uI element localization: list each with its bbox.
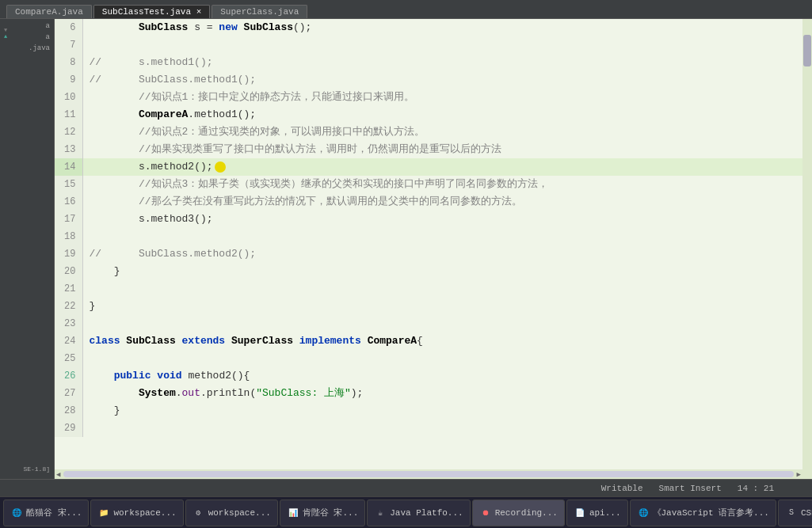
code-editor: 6 SubClass s = new SubClass(); 7 8 // s.… [55, 19, 802, 479]
csdn-icon: S [785, 507, 798, 519]
line-content: // SubClass.method2(); [82, 245, 802, 263]
line-content: SubClass s = new SubClass(); [82, 19, 802, 36]
table-row: 23 [55, 315, 802, 332]
line-content [82, 350, 802, 367]
taskbar-label: workspace... [208, 508, 271, 518]
table-row: 13 //如果实现类重写了接口中的默认方法，调用时，仍然调用的是重写以后的方法 [55, 141, 802, 158]
line-number: 11 [55, 106, 82, 123]
table-row: 12 //知识点2：通过实现类的对象，可以调用接口中的默认方法。 [55, 123, 802, 141]
line-content [82, 420, 802, 437]
line-number: 7 [55, 36, 82, 54]
line-number: 10 [55, 89, 82, 106]
gutter-mark: ▼ [4, 27, 7, 33]
line-number: 21 [55, 280, 82, 298]
line-number: 14 [55, 158, 82, 176]
line-number: 20 [55, 263, 82, 280]
line-content: //如果实现类重写了接口中的默认方法，调用时，仍然调用的是重写以后的方法 [82, 141, 802, 158]
taskbar-label: 《JavaScript 语言参考... [653, 507, 769, 519]
table-row: 15 //知识点3：如果子类（或实现类）继承的父类和实现的接口中声明了同名同参数… [55, 176, 802, 193]
table-row: 6 SubClass s = new SubClass(); [55, 19, 802, 36]
taskbar-btn-recording[interactable]: ⏺ Recording... [472, 500, 565, 526]
scroll-left-icon[interactable]: ◀ [55, 470, 62, 479]
status-writable: Writable [601, 484, 643, 493]
recording-icon: ⏺ [479, 507, 492, 519]
status-smart-insert: Smart Insert [659, 484, 722, 493]
taskbar-label: CSDN-IT... [801, 508, 812, 518]
vscroll-thumb[interactable] [803, 35, 811, 66]
table-row: 25 [55, 350, 802, 367]
status-bar: Writable Smart Insert 14 : 21 [0, 479, 812, 496]
taskbar-btn-csdn[interactable]: S CSDN-IT... [778, 500, 812, 526]
side-label-a2: a [13, 33, 52, 41]
table-row: 7 [55, 36, 802, 54]
line-number: 25 [55, 350, 82, 367]
line-content: //知识点3：如果子类（或实现类）继承的父类和实现的接口中声明了同名同参数的方法… [82, 176, 802, 193]
line-number: 24 [55, 332, 82, 350]
cursor-marker [215, 161, 226, 173]
side-label-se: SE-1.8] [13, 465, 52, 473]
tab-superclass[interactable]: SuperClass.java [212, 5, 307, 18]
table-row: 9 // SubClass.method1(); [55, 71, 802, 89]
line-number: 19 [55, 245, 82, 263]
line-number: 22 [55, 298, 82, 315]
line-number: 29 [55, 420, 82, 437]
table-row: 22 } [55, 298, 802, 315]
line-number: 15 [55, 176, 82, 193]
workspace1-icon: 📁 [97, 507, 110, 519]
table-row: 21 [55, 280, 802, 298]
line-content: } [82, 263, 802, 280]
taskbar-btn-kenbeig[interactable]: 📊 肯陛谷 宋... [280, 500, 365, 526]
line-content: public void method2(){ [82, 367, 802, 385]
table-row: 18 [55, 228, 802, 245]
taskbar-label: api... [589, 508, 621, 518]
line-content: //知识点2：通过实现类的对象，可以调用接口中的默认方法。 [82, 123, 802, 141]
taskbar-label: Java Platfo... [390, 508, 463, 518]
workspace2-icon: ⚙ [193, 507, 205, 519]
table-row: 8 // s.method1(); [55, 54, 802, 71]
tab-subclasstest[interactable]: SubClassTest.java × [93, 5, 210, 18]
table-row-highlighted: 14 s.method2(); [55, 158, 802, 176]
taskbar-btn-kumaog[interactable]: 🌐 酷猫谷 宋... [3, 500, 89, 526]
table-row: 11 CompareA.method1(); [55, 106, 802, 123]
table-row: 24 class SubClass extends SuperClass imp… [55, 332, 802, 350]
side-label-java: .java [13, 44, 52, 52]
table-row: 27 System.out.println("SubClass: 上海"); [55, 385, 802, 402]
table-row: 10 //知识点1：接口中定义的静态方法，只能通过接口来调用。 [55, 89, 802, 106]
line-content [82, 36, 802, 54]
taskbar-btn-api[interactable]: 📄 api... [566, 500, 628, 526]
taskbar-label: workspace... [113, 508, 176, 518]
table-row: 17 s.method3(); [55, 211, 802, 228]
taskbar-btn-workspace1[interactable]: 📁 workspace... [90, 500, 183, 526]
js-icon: 🌐 [637, 507, 650, 519]
vertical-scrollbar[interactable] [802, 19, 812, 479]
line-content: } [82, 298, 802, 315]
taskbar-label: Recording... [495, 508, 558, 518]
kenbeig-icon: 📊 [287, 507, 299, 519]
line-content: //知识点1：接口中定义的静态方法，只能通过接口来调用。 [82, 89, 802, 106]
hscroll-thumb[interactable] [63, 471, 793, 477]
table-row: 28 } [55, 402, 802, 420]
table-row: 16 //那么子类在没有重写此方法的情况下，默认调用的是父类中的同名同参数的方法… [55, 193, 802, 211]
table-row: 19 // SubClass.method2(); [55, 245, 802, 263]
taskbar-label: 酷猫谷 宋... [26, 507, 82, 519]
line-number: 8 [55, 54, 82, 71]
line-content: // SubClass.method1(); [82, 71, 802, 89]
taskbar: 🌐 酷猫谷 宋... 📁 workspace... ⚙ workspace...… [0, 496, 812, 528]
line-content: // s.method1(); [82, 54, 802, 71]
side-labels-panel: a a .java SE-1.8] [11, 19, 55, 479]
taskbar-btn-java[interactable]: ☕ Java Platfo... [367, 500, 470, 526]
tab-bar: CompareA.java SubClassTest.java × SuperC… [0, 0, 812, 19]
scroll-right-icon[interactable]: ▶ [795, 470, 802, 479]
horizontal-scrollbar[interactable]: ◀ ▶ [55, 469, 802, 479]
taskbar-btn-javascript[interactable]: 🌐 《JavaScript 语言参考... [630, 500, 776, 526]
line-content: System.out.println("SubClass: 上海"); [82, 385, 802, 402]
line-number: 6 [55, 19, 82, 36]
line-content: } [82, 402, 802, 420]
taskbar-btn-workspace2[interactable]: ⚙ workspace... [185, 500, 278, 526]
line-content: s.method3(); [82, 211, 802, 228]
code-content[interactable]: 6 SubClass s = new SubClass(); 7 8 // s.… [55, 19, 802, 469]
line-number: 16 [55, 193, 82, 211]
line-number: 9 [55, 71, 82, 89]
tab-comparea[interactable]: CompareA.java [6, 5, 92, 18]
java-icon: ☕ [374, 507, 387, 519]
